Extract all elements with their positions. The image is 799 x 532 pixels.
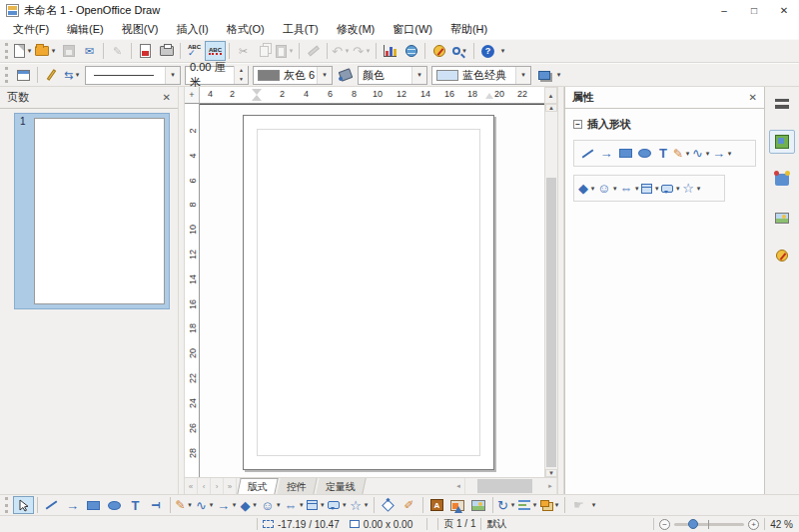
text-tool-button[interactable]: T xyxy=(654,144,672,163)
menu-edit[interactable]: 编辑(E) xyxy=(58,20,113,39)
rectangle-tool-button[interactable] xyxy=(616,144,634,163)
chevron-down-icon[interactable]: ▾ xyxy=(165,67,180,84)
menu-help[interactable]: 帮助(H) xyxy=(441,20,496,39)
interaction-button[interactable]: ☛ xyxy=(568,496,589,514)
close-icon[interactable]: ✕ xyxy=(749,92,757,103)
symbol-shapes-button[interactable]: ☺▾ xyxy=(260,496,283,514)
menu-view[interactable]: 视图(V) xyxy=(113,20,168,39)
copy-button[interactable] xyxy=(254,41,275,61)
chevron-down-icon[interactable]: ▾ xyxy=(252,501,259,509)
open-button[interactable]: ▾ xyxy=(34,41,58,61)
zoom-button[interactable]: ▾ xyxy=(449,41,470,61)
drawing-page[interactable] xyxy=(243,115,494,470)
hyperlink-button[interactable] xyxy=(400,41,421,61)
sidebar-menu-button[interactable] xyxy=(769,92,795,116)
menu-window[interactable]: 窗口(W) xyxy=(384,20,441,39)
scroll-left-button[interactable]: ◄ xyxy=(452,478,465,494)
last-layer-button[interactable]: » xyxy=(224,478,237,494)
horizontal-scrollbar-thumb[interactable] xyxy=(477,479,532,493)
email-button[interactable]: ✉ xyxy=(79,41,100,61)
close-icon[interactable]: ✕ xyxy=(163,92,171,103)
help-button[interactable]: ? xyxy=(477,41,498,61)
page-indicator[interactable]: 页 1 / 1 xyxy=(443,517,475,531)
curve-tool-button[interactable]: ✎▾ xyxy=(673,144,691,163)
close-button[interactable]: ✕ xyxy=(769,0,799,20)
toolbar-grip[interactable] xyxy=(5,43,10,59)
glue-points-button[interactable]: ✐ xyxy=(399,496,419,514)
chevron-down-icon[interactable]: ▾ xyxy=(531,501,538,509)
previous-layer-button[interactable]: ‹ xyxy=(198,478,211,494)
maximize-button[interactable]: □ xyxy=(739,0,769,20)
chevron-down-icon[interactable]: ▾ xyxy=(704,150,711,158)
toolbar-overflow-button[interactable]: ▾ xyxy=(555,71,562,79)
chevron-down-icon[interactable]: ▾ xyxy=(553,501,560,509)
chevron-down-icon[interactable]: ▾ xyxy=(26,47,33,55)
lines-arrows-button[interactable]: →▾ xyxy=(216,496,239,514)
horizontal-scrollbar[interactable]: ◄ ► xyxy=(452,478,557,494)
fill-type-select[interactable]: 颜色 ▾ xyxy=(358,66,427,85)
zoom-in-button[interactable]: + xyxy=(748,519,759,530)
insert-picture-button[interactable] xyxy=(447,496,468,514)
navigator-button[interactable] xyxy=(428,41,449,61)
chevron-down-icon[interactable]: ▾ xyxy=(611,185,618,193)
stars-button[interactable]: ☆▾ xyxy=(349,496,371,514)
chevron-down-icon[interactable]: ▾ xyxy=(684,150,691,158)
chevron-down-icon[interactable]: ▾ xyxy=(515,67,530,84)
chevron-down-icon[interactable]: ▾ xyxy=(341,501,348,509)
arrow-tool-button[interactable]: → xyxy=(597,144,615,163)
insert-shapes-section[interactable]: − 插入形状 xyxy=(565,109,764,136)
basic-shapes-button[interactable]: ◆▾ xyxy=(239,496,260,514)
zoom-slider[interactable] xyxy=(674,523,744,526)
curve-tool-button[interactable]: ✎▾ xyxy=(174,496,195,514)
menu-file[interactable]: 文件(F) xyxy=(4,20,58,39)
chevron-down-icon[interactable]: ▾ xyxy=(288,47,295,55)
area-style-button[interactable] xyxy=(335,65,356,85)
insert-chart-button[interactable] xyxy=(380,41,400,61)
first-layer-button[interactable]: « xyxy=(185,478,198,494)
line-width-spinner[interactable]: ▲▼ xyxy=(234,66,248,84)
toolbar-grip[interactable] xyxy=(5,67,10,83)
ellipse-tool-button[interactable] xyxy=(635,144,653,163)
layer-tab-dimension-lines[interactable]: 定量线 xyxy=(316,478,366,494)
edit-points-button[interactable] xyxy=(378,496,399,514)
chevron-down-icon[interactable]: ▾ xyxy=(319,501,326,509)
chevron-down-icon[interactable]: ▾ xyxy=(589,185,596,193)
next-layer-button[interactable]: › xyxy=(211,478,224,494)
collapse-icon[interactable]: − xyxy=(573,120,582,129)
chevron-down-icon[interactable]: ▾ xyxy=(695,185,702,193)
vertical-scrollbar-track[interactable] xyxy=(545,112,557,469)
callouts-button[interactable]: ▾ xyxy=(661,179,681,198)
connector-tool-button[interactable]: ∿▾ xyxy=(195,496,216,514)
chevron-down-icon[interactable]: ▾ xyxy=(317,67,332,84)
basic-shapes-button[interactable]: ◆▾ xyxy=(578,179,596,198)
spellcheck-button[interactable]: ABC✓ xyxy=(184,41,205,61)
scroll-up-button[interactable]: ▲ xyxy=(544,87,557,104)
sidebar-tab-gallery[interactable] xyxy=(769,168,795,192)
chevron-down-icon[interactable]: ▾ xyxy=(411,67,426,84)
line-tool-button[interactable] xyxy=(41,496,62,514)
line-button[interactable] xyxy=(41,65,62,85)
menu-insert[interactable]: 插入(I) xyxy=(167,20,217,39)
symbol-shapes-button[interactable]: ☺▾ xyxy=(597,179,618,198)
new-document-button[interactable]: ▾ xyxy=(13,41,34,61)
connector-tool-button[interactable]: ∿▾ xyxy=(692,144,711,163)
fill-color-select[interactable]: 蓝色经典 ▾ xyxy=(431,66,531,85)
panel-splitter[interactable] xyxy=(178,87,185,494)
cut-button[interactable]: ✂ xyxy=(233,41,254,61)
chevron-down-icon[interactable]: ▾ xyxy=(633,185,640,193)
scroll-down-button[interactable]: ▼ xyxy=(545,469,557,477)
arrange-button[interactable]: ▾ xyxy=(539,496,561,514)
template-name[interactable]: 默认 xyxy=(486,517,506,531)
sidebar-tab-images[interactable] xyxy=(769,206,795,230)
redo-button[interactable]: ↷▾ xyxy=(352,41,373,61)
chevron-down-icon[interactable]: ▾ xyxy=(275,501,282,509)
chevron-down-icon[interactable]: ▾ xyxy=(208,501,215,509)
line-color-select[interactable]: 灰色 6 ▾ xyxy=(253,66,333,85)
paste-button[interactable]: ▾ xyxy=(275,41,296,61)
chevron-down-icon[interactable]: ▾ xyxy=(653,185,660,193)
styles-button[interactable] xyxy=(13,65,34,85)
callouts-button[interactable]: ▾ xyxy=(327,496,349,514)
minimize-button[interactable]: – xyxy=(709,0,739,20)
select-tool-button[interactable] xyxy=(13,496,34,514)
chevron-down-icon[interactable]: ▾ xyxy=(363,501,370,509)
